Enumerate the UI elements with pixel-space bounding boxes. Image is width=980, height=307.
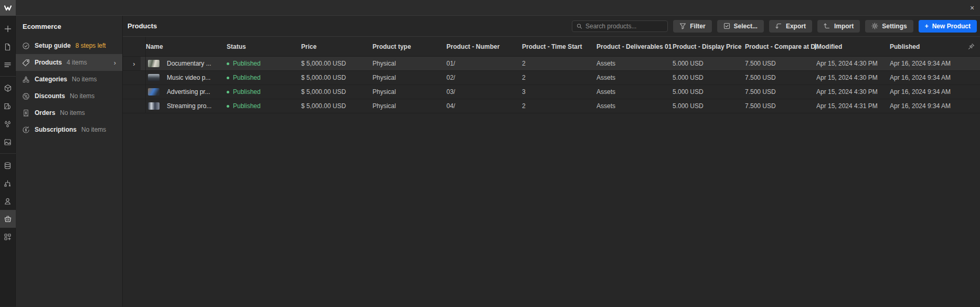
cell-compare-at: 7.500 USD [745,60,816,67]
table-row[interactable]: Streaming pro... Published $ 5,000.00 US… [123,99,980,113]
column-header-published[interactable]: Published [890,43,963,50]
table-row[interactable]: › Documentary ... Published $ 5,000.00 U… [123,57,980,71]
import-button[interactable]: Import [817,20,860,33]
products-panel: Products Filter Select... [123,16,980,306]
column-header-name[interactable]: Name [146,43,227,50]
page-icon[interactable] [0,38,16,56]
tag-icon [22,58,30,67]
status-dot [227,91,229,93]
sidebar-item-categories[interactable]: Categories No items [16,71,122,88]
checkbox-icon [723,23,730,29]
database-icon[interactable] [0,156,16,174]
search-icon [577,23,582,29]
search-input[interactable] [585,23,663,30]
status-dot [227,105,229,108]
export-button[interactable]: Export [769,20,812,33]
user-icon[interactable] [0,192,16,210]
categories-icon [22,75,30,83]
table-row[interactable]: Music video p... Published $ 5,000.00 US… [123,71,980,85]
droplets-icon[interactable] [0,115,16,133]
cell-number: 01/ [446,60,522,67]
cell-published: Apr 16, 2024 9:34 AM [890,102,963,110]
cell-time-start: 2 [522,60,596,67]
product-name: Music video p... [167,74,210,81]
logic-icon[interactable] [0,174,16,192]
cell-display-price: 5.000 USD [673,74,745,81]
product-name: Streaming pro... [167,102,211,110]
column-header-price[interactable]: Price [301,43,372,50]
sidebar-item-meta: 4 items [67,59,87,66]
cell-display-price: 5.000 USD [673,88,745,96]
basket-icon[interactable] [0,210,16,228]
page-title: Products [127,22,157,30]
cell-modified: Apr 15, 2024 4:30 PM [816,60,890,67]
rail-divider [0,76,16,77]
row-gutter [123,85,146,99]
cell-number: 03/ [446,88,522,96]
product-name: Documentary ... [167,60,211,67]
sidebar-title: Ecommerce [16,16,122,37]
cell-time-start: 2 [522,74,596,81]
column-header-display-price[interactable]: Product - Display Price [673,43,745,50]
webflow-logo-icon[interactable] [0,0,16,16]
cell-deliverables: Assets [596,102,673,110]
new-product-button[interactable]: + New Product [919,20,977,33]
status-dot [227,62,229,65]
cell-time-start: 2 [522,102,596,110]
status-badge: Published [233,88,261,96]
column-header-number[interactable]: Product - Number [446,43,522,50]
table-row[interactable]: Advertising pr... Published $ 5,000.00 U… [123,85,980,99]
toolbar: Filter Select... Export Import [572,20,977,33]
column-header-deliverables[interactable]: Product - Deliverables 01 [596,43,673,50]
settings-button[interactable]: Settings [865,20,913,33]
check-circle-icon [22,41,30,50]
cell-number: 02/ [446,74,522,81]
components-cube-icon[interactable] [0,79,16,97]
sidebar-item-label: Subscriptions [35,126,77,133]
filter-button[interactable]: Filter [673,20,711,33]
close-icon[interactable]: × [964,0,980,16]
status-badge: Published [233,60,261,67]
gutter-header [123,37,146,56]
cell-product-type: Physical [372,74,446,81]
sidebar-item-setup-guide[interactable]: Setup guide 8 steps left [16,37,122,54]
cell-time-start: 3 [522,88,596,96]
mask-icon[interactable] [0,97,16,115]
sidebar-item-label: Categories [35,76,67,83]
apps-icon[interactable] [0,228,16,246]
export-icon [775,23,782,29]
sidebar-item-discounts[interactable]: Discounts No items [16,88,122,104]
column-header-status[interactable]: Status [227,43,301,50]
row-gutter [123,71,146,84]
column-header-compare-at[interactable]: Product - Compare at Dis [745,43,816,50]
sidebar-item-label: Discounts [35,92,65,100]
cell-price: $ 5,000.00 USD [301,60,372,67]
sidebar-item-orders[interactable]: Orders No items [16,104,122,121]
plus-icon[interactable] [0,20,16,38]
rail-divider [0,153,16,154]
sidebar-item-meta: No items [81,126,106,133]
cell-display-price: 5.000 USD [673,102,745,110]
sidebar-item-products[interactable]: Products 4 items › [16,54,122,71]
chevron-right-icon: › [114,59,122,67]
select-button[interactable]: Select... [717,20,764,33]
column-header-time-start[interactable]: Product - Time Start [522,43,596,50]
cell-product-type: Physical [372,60,446,67]
sidebar-item-subscriptions[interactable]: Subscriptions No items [16,121,122,138]
product-name: Advertising pr... [167,88,210,96]
cell-deliverables: Assets [596,60,673,67]
cell-product-type: Physical [372,102,446,110]
column-header-product-type[interactable]: Product type [372,43,446,50]
status-badge: Published [233,74,261,81]
product-thumbnail [148,74,159,81]
cell-compare-at: 7.500 USD [745,102,816,110]
search-box[interactable] [572,20,668,32]
navigator-icon[interactable] [0,56,16,73]
row-expand-chevron[interactable]: › [123,57,146,70]
cell-published: Apr 16, 2024 9:34 AM [890,60,963,67]
cell-published: Apr 16, 2024 9:34 AM [890,88,963,96]
products-table: Name Status Price Product type Product -… [123,37,980,113]
column-header-modified[interactable]: Modified [816,43,890,50]
pin-icon[interactable] [963,43,980,50]
image-icon[interactable] [0,133,16,151]
